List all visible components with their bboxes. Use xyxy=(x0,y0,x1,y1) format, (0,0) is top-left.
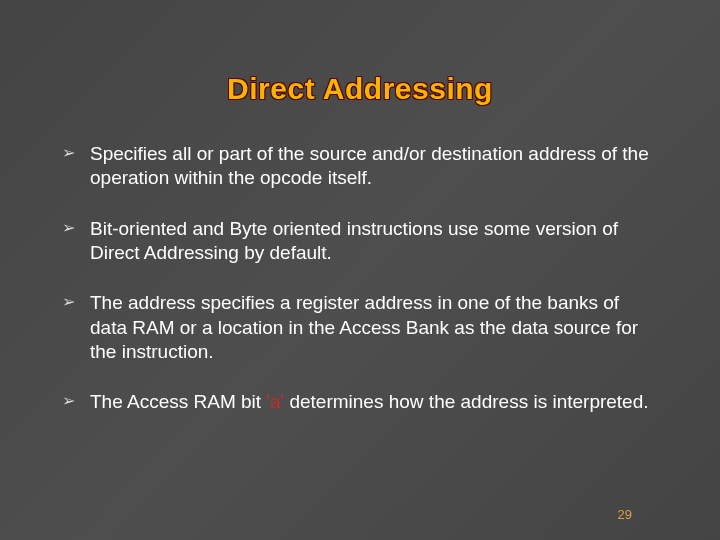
bullet-text: Specifies all or part of the source and/… xyxy=(90,143,649,188)
page-number: 29 xyxy=(618,507,632,522)
bullet-text-prefix: The Access RAM bit xyxy=(90,391,266,412)
slide-title: Direct Addressing xyxy=(60,72,660,106)
list-item: The address specifies a register address… xyxy=(60,291,660,364)
slide: Direct Addressing Specifies all or part … xyxy=(0,0,720,540)
bullet-text: The address specifies a register address… xyxy=(90,292,638,362)
list-item: The Access RAM bit 'a' determines how th… xyxy=(60,390,660,414)
bullet-text-accent: 'a' xyxy=(266,391,284,412)
list-item: Specifies all or part of the source and/… xyxy=(60,142,660,191)
bullet-text-suffix: determines how the address is interprete… xyxy=(284,391,648,412)
bullet-list: Specifies all or part of the source and/… xyxy=(60,142,660,415)
list-item: Bit-oriented and Byte oriented instructi… xyxy=(60,217,660,266)
bullet-text: Bit-oriented and Byte oriented instructi… xyxy=(90,218,618,263)
